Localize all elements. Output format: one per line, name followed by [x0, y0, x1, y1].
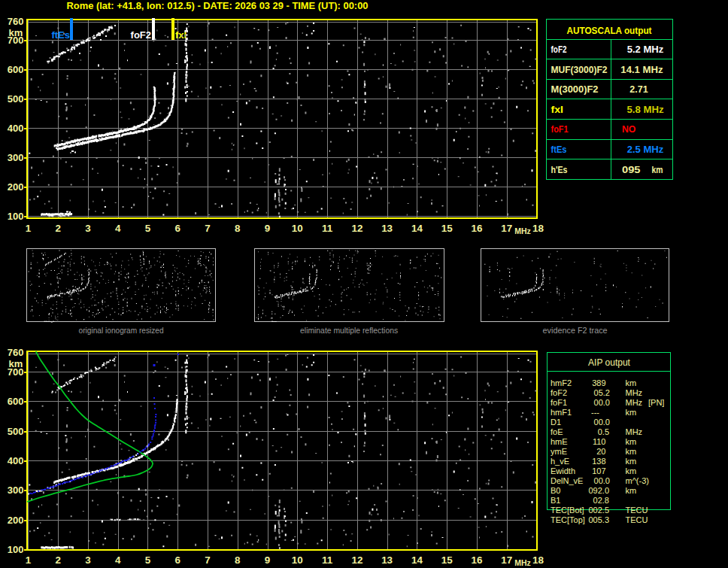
- svg-text:NO: NO: [622, 123, 635, 135]
- svg-text:400: 400: [8, 123, 24, 134]
- svg-text:km: km: [9, 358, 23, 369]
- svg-text:8: 8: [235, 554, 241, 566]
- svg-text:TEC[Bot]: TEC[Bot]: [551, 506, 584, 515]
- svg-text:100: 100: [8, 544, 24, 555]
- svg-text:2: 2: [55, 223, 60, 234]
- svg-text:MHz: MHz: [514, 226, 531, 235]
- svg-text:11: 11: [322, 223, 333, 234]
- svg-text:TECU: TECU: [626, 515, 648, 524]
- svg-text:M(3000)F2: M(3000)F2: [551, 84, 599, 95]
- svg-text:8: 8: [235, 223, 241, 234]
- svg-text:17: 17: [501, 223, 512, 234]
- svg-text:foE: foE: [551, 427, 563, 436]
- svg-text:400: 400: [8, 455, 24, 466]
- svg-text:B1: B1: [551, 496, 560, 505]
- svg-text:AUTOSCALA output: AUTOSCALA output: [567, 25, 653, 36]
- svg-text:ftEs: ftEs: [551, 144, 567, 155]
- svg-text:km: km: [626, 437, 637, 446]
- svg-text:005.3: 005.3: [588, 515, 609, 524]
- svg-text:14.1 MHz: 14.1 MHz: [620, 64, 663, 75]
- svg-text:eliminate multiple reflections: eliminate multiple reflections: [300, 326, 398, 335]
- svg-text:05.2: 05.2: [594, 388, 610, 397]
- svg-text:km: km: [626, 466, 637, 475]
- svg-text:14: 14: [411, 223, 423, 234]
- svg-text:5.2 MHz: 5.2 MHz: [627, 44, 664, 55]
- svg-text:10: 10: [292, 554, 303, 566]
- svg-text:foF2: foF2: [551, 388, 567, 397]
- svg-text:---: ---: [591, 408, 599, 417]
- svg-text:1: 1: [26, 554, 32, 566]
- svg-text:20: 20: [596, 447, 605, 456]
- svg-text:18: 18: [532, 223, 544, 234]
- svg-text:2.71: 2.71: [629, 84, 648, 95]
- svg-text:fxI: fxI: [551, 104, 564, 115]
- svg-text:evidence F2 trace: evidence F2 trace: [543, 326, 608, 335]
- svg-text:5: 5: [145, 554, 151, 566]
- svg-text:km: km: [626, 486, 637, 495]
- svg-text:1: 1: [26, 223, 32, 234]
- svg-text:110: 110: [593, 437, 606, 446]
- svg-text:16: 16: [472, 223, 483, 234]
- svg-text:hmF1: hmF1: [551, 408, 572, 417]
- svg-text:00.0: 00.0: [594, 398, 610, 407]
- svg-text:foF2: foF2: [551, 44, 567, 55]
- svg-text:TEC[Top]: TEC[Top]: [551, 515, 585, 524]
- svg-text:km: km: [626, 447, 637, 456]
- svg-text:hmF2: hmF2: [551, 378, 572, 387]
- svg-text:ymE: ymE: [551, 447, 567, 456]
- svg-text:km: km: [626, 378, 637, 387]
- svg-text:AIP output: AIP output: [588, 357, 630, 368]
- svg-text:14: 14: [411, 554, 423, 566]
- svg-text:D1: D1: [551, 418, 561, 427]
- svg-text:MHz: MHz: [626, 388, 643, 397]
- svg-text:17: 17: [501, 554, 512, 566]
- svg-text:9: 9: [265, 554, 270, 566]
- svg-text:7: 7: [205, 223, 210, 234]
- svg-text:km: km: [9, 27, 23, 38]
- svg-text:11: 11: [322, 554, 333, 566]
- svg-text:300: 300: [8, 484, 24, 496]
- svg-text:Rome (lat: +41.8, lon: 012.5): Rome (lat: +41.8, lon: 012.5) - DATE: 20…: [67, 0, 369, 11]
- svg-text:12: 12: [351, 223, 362, 234]
- svg-text:DelN_vE: DelN_vE: [551, 476, 583, 485]
- svg-text:7: 7: [205, 554, 210, 566]
- svg-text:0.5: 0.5: [598, 427, 609, 436]
- svg-text:600: 600: [8, 64, 24, 75]
- svg-text:m^(-3): m^(-3): [626, 476, 649, 485]
- svg-text:foF2: foF2: [131, 29, 151, 41]
- svg-text:MHz: MHz: [626, 427, 643, 436]
- svg-text:h_vE: h_vE: [551, 457, 569, 466]
- svg-text:[PN]: [PN]: [648, 398, 664, 407]
- svg-text:200: 200: [8, 181, 24, 193]
- svg-text:13: 13: [381, 223, 393, 234]
- svg-text:300: 300: [8, 152, 24, 163]
- svg-text:foF1: foF1: [551, 398, 567, 407]
- svg-text:600: 600: [8, 396, 24, 407]
- svg-text:TECU: TECU: [626, 506, 648, 515]
- svg-text:km: km: [626, 408, 637, 417]
- svg-text:00.0: 00.0: [594, 476, 610, 485]
- svg-text:5.8 MHz: 5.8 MHz: [627, 104, 665, 115]
- svg-text:02.8: 02.8: [593, 496, 609, 505]
- svg-text:18: 18: [532, 554, 544, 566]
- svg-text:002.5: 002.5: [588, 506, 609, 515]
- svg-text:MHz: MHz: [626, 398, 643, 407]
- svg-text:095: 095: [622, 164, 640, 175]
- svg-text:500: 500: [8, 93, 24, 105]
- svg-text:ftEs: ftEs: [51, 29, 70, 41]
- svg-text:15: 15: [441, 223, 453, 234]
- svg-text:4: 4: [115, 223, 121, 234]
- svg-text:6: 6: [175, 223, 180, 234]
- svg-text:foF1: foF1: [551, 123, 569, 135]
- svg-text:3: 3: [85, 554, 90, 566]
- svg-text:760: 760: [8, 347, 24, 358]
- svg-text:760: 760: [8, 16, 24, 27]
- svg-text:138: 138: [592, 457, 605, 466]
- svg-text:3: 3: [85, 223, 90, 234]
- svg-text:500: 500: [8, 426, 24, 437]
- svg-text:MUF(3000)F2: MUF(3000)F2: [551, 64, 608, 75]
- svg-text:km: km: [652, 164, 663, 175]
- svg-text:107: 107: [592, 466, 605, 475]
- svg-text:00.0: 00.0: [594, 418, 610, 427]
- svg-text:2: 2: [55, 554, 60, 566]
